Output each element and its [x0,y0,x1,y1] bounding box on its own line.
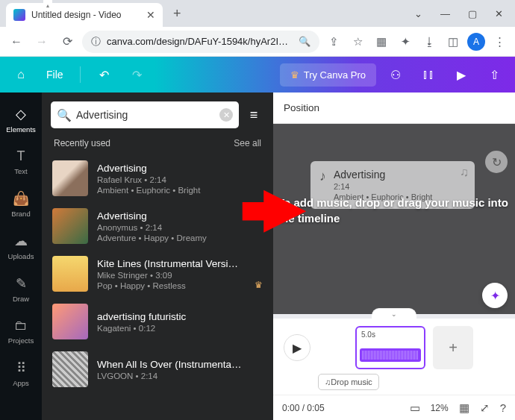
refresh-icon[interactable]: ↻ [485,151,508,173]
audio-track[interactable]: Advertising Anonymus • 2:14 Adventure • … [42,202,273,250]
track-tags: Ambient • Euphoric • Bright [97,186,263,195]
invite-icon[interactable]: ⚇ [382,61,409,88]
track-title: advertising futuristic [97,311,263,322]
track-thumbnail [52,351,88,387]
playback-time: 0:00 / 0:05 [282,403,325,413]
play-preview-icon[interactable]: ▶ [448,61,475,88]
url-input[interactable]: ⓘ canva.com/design/DAFuY-1594k/hyAr2I… 🔍 [82,31,319,53]
panel-top-handle[interactable]: ▴ [43,0,52,10]
clip-audio-waveform [360,348,421,362]
close-tab-icon[interactable]: ✕ [146,9,155,21]
try-canva-pro-button[interactable]: ♛ Try Canva Pro [280,63,376,87]
track-list[interactable]: Advertising Rafael Krux • 2:14 Ambient •… [42,154,273,420]
pro-badge-icon: ♛ [255,280,263,290]
search-box[interactable]: 🔍 ✕ [51,101,239,128]
section-title: Recently used [54,138,110,148]
rail-text[interactable]: TText [0,142,42,181]
rail-draw[interactable]: ✎Draw [0,269,42,309]
analytics-icon[interactable]: ⫿⫿ [415,61,442,88]
canva-toolbar: ⌂ File ↶ ↷ ♛ Try Canva Pro ⚇ ⫿⫿ ▶ ⇧ [0,57,515,93]
clear-search-icon[interactable]: ✕ [219,108,233,122]
download-icon[interactable]: ⭳ [419,32,439,51]
zoom-icon[interactable]: 🔍 [299,36,310,47]
timeline-collapse-handle[interactable]: ⌄ [372,308,416,319]
track-thumbnail [52,160,88,196]
track-meta: Kagateni • 0:12 [97,324,263,333]
track-thumbnail [52,304,88,339]
drop-hint-text: To add music, drop or drag your music in… [273,195,515,226]
search-input[interactable] [76,109,215,121]
undo-button[interactable]: ↶ [91,61,118,88]
redo-button[interactable]: ↷ [124,61,151,88]
side-panel: 🔍 ✕ ≡ Recently used See all Advertising … [42,93,273,420]
browser-tab[interactable]: Untitled design - Video ✕ [6,3,163,27]
drop-music-target[interactable]: ♫Drop music [318,374,379,390]
bookmark-icon[interactable]: ☆ [348,32,367,51]
see-all-link[interactable]: See all [234,138,261,148]
play-button[interactable]: ▶ [284,334,310,361]
share-button[interactable]: ⇧ [481,61,508,88]
track-tags: Adventure • Happy • Dreamy [97,233,263,242]
share-icon[interactable]: ⇪ [324,32,343,51]
track-title: Advertising [97,210,263,222]
close-window-icon[interactable]: ✕ [495,8,503,19]
reload-button[interactable]: ⟳ [57,31,78,52]
element-toolbar: Position [273,93,515,124]
url-text: canva.com/design/DAFuY-1594k/hyAr2I… [107,36,288,47]
forward-button[interactable]: → [31,31,52,52]
audio-track[interactable]: advertising futuristic Kagateni • 0:12 [42,298,273,345]
text-icon: T [17,148,25,164]
video-clip[interactable]: 5.0s [355,326,425,369]
draw-icon: ✎ [16,275,27,292]
track-title: When All Is Over (Instrumenta… [97,359,263,370]
clip-duration: 5.0s [361,330,375,339]
canvas-area: Position ↻ ♪ Advertising 2:14 Ambient • … [273,93,515,420]
minimize-icon[interactable]: — [440,8,450,19]
music-note-icon: ♫ [460,166,469,179]
main-area: ◇Elements TText 👜Brand ☁Uploads ✎Draw 🗀P… [0,93,515,420]
fullscreen-icon[interactable]: ⤢ [480,401,490,415]
zoom-level[interactable]: 12% [431,403,449,413]
add-page-button[interactable]: + [433,326,473,369]
crown-icon: ♛ [290,69,299,81]
grid-view-icon[interactable]: ▦ [459,401,469,415]
canvas-stage[interactable]: ↻ ♪ Advertising 2:14 Ambient • Euphoric … [273,124,515,314]
position-button[interactable]: Position [284,102,319,113]
notes-icon[interactable]: ▭ [410,401,420,415]
track-thumbnail [52,208,88,244]
audio-track[interactable]: Advertising Rafael Krux • 2:14 Ambient •… [42,154,273,202]
left-rail: ◇Elements TText 👜Brand ☁Uploads ✎Draw 🗀P… [0,93,42,420]
rail-apps[interactable]: ⠿Apps [0,354,42,393]
address-bar: ← → ⟳ ⓘ canva.com/design/DAFuY-1594k/hyA… [0,27,515,57]
track-tags: Pop • Happy • Restless [97,281,246,290]
chevron-down-icon[interactable]: ⌄ [414,8,422,19]
profile-avatar[interactable]: A [467,33,485,51]
help-icon[interactable]: ? [500,401,506,414]
back-button[interactable]: ← [6,31,27,52]
audio-track[interactable]: Kite Lines (Instrumental Versi… Mike Str… [42,250,273,298]
drag-card-meta: 2:14 [334,182,432,191]
filter-icon[interactable]: ≡ [243,107,264,123]
kebab-menu-icon[interactable]: ⋮ [490,32,509,51]
sidepanel-icon[interactable]: ◫ [443,32,463,51]
maximize-icon[interactable]: ▢ [468,8,477,19]
canva-favicon [13,9,25,21]
new-tab-button[interactable]: + [173,6,181,22]
rail-brand[interactable]: 👜Brand [0,184,42,224]
rail-projects[interactable]: 🗀Projects [0,312,42,351]
tab-title: Untitled design - Video [31,10,146,20]
home-icon[interactable]: ⌂ [7,61,34,88]
magic-button[interactable]: ✦ [482,283,508,308]
track-meta: Anonymus • 2:14 [97,223,263,232]
uploads-icon: ☁ [14,233,28,249]
track-meta: Mike Stringer • 3:09 [97,271,246,280]
audio-track[interactable]: When All Is Over (Instrumenta… LVGOON • … [42,345,273,393]
site-info-icon[interactable]: ⓘ [91,35,101,48]
rail-elements[interactable]: ◇Elements [0,100,42,140]
window-controls: ⌄ — ▢ ✕ [414,8,515,19]
file-menu[interactable]: File [40,69,69,81]
rail-uploads[interactable]: ☁Uploads [0,227,42,266]
plugin-icon[interactable]: ▦ [372,32,391,51]
extensions-icon[interactable]: ✦ [396,32,415,51]
track-meta: LVGOON • 2:14 [97,372,263,380]
